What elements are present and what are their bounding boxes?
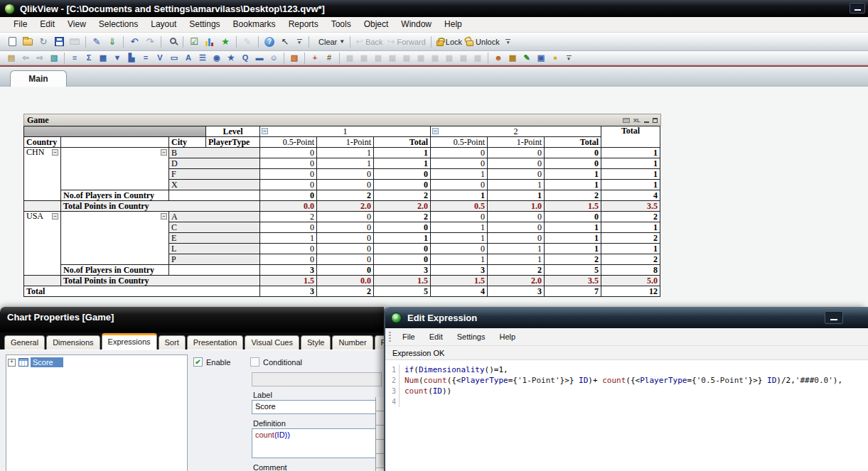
forward-button[interactable]: ↪Forward [386,35,427,49]
design-grid-toggle-button[interactable]: # [323,52,336,64]
city-cell-E[interactable]: E [169,233,260,244]
menu-item-file[interactable]: File [395,330,422,345]
level-group-header-2[interactable]: −2 [431,126,601,137]
clear-button[interactable]: Clear▼ [313,35,346,49]
toolbar-overflow-button[interactable]: ▾ [504,39,513,44]
new-document-button[interactable] [5,35,19,49]
menu-item-file[interactable]: File [7,17,33,32]
level-dimension-header[interactable]: Level [206,126,260,137]
align-right-button[interactable]: ▦ [372,52,385,64]
unlock-button[interactable]: Unlock [465,35,501,49]
create-current-selections-box-button[interactable]: V [154,52,166,64]
promote-sheet-button[interactable]: ⇦ [19,52,32,64]
create-text-object-button[interactable]: A [182,52,195,64]
menu-item-settings[interactable]: Settings [450,330,493,345]
pivot-caption-bar[interactable]: Game XL [23,114,661,126]
sheet-properties-button[interactable]: ▧ [48,52,60,64]
expression-overview-button[interactable]: ▣ [535,52,547,64]
expression-tree-panel[interactable]: + Score [6,354,188,471]
expression-item-label[interactable]: Score [31,357,63,367]
create-table-box-button[interactable]: ▦ [97,52,109,64]
edit-script-button[interactable]: ✎ [90,35,104,49]
back-button[interactable]: ↩Back [354,35,384,49]
checkbox-checked-icon[interactable]: ✔ [193,357,203,367]
create-container-button[interactable]: ▭ [168,52,181,64]
create-bookmark-object-button[interactable]: ★ [225,52,237,64]
menu-item-layout[interactable]: Layout [144,17,183,32]
menu-item-bookmarks[interactable]: Bookmarks [227,17,282,32]
print-icon[interactable] [623,118,630,123]
adjust-top-button[interactable]: ▦ [471,52,484,64]
tab-number[interactable]: Number [332,335,373,350]
tab-sort[interactable]: Sort [159,335,186,350]
print-button[interactable] [68,35,82,49]
playertype-dimension-header[interactable]: PlayerType [206,137,260,148]
current-selections-button[interactable]: ☑ [187,35,201,49]
space-horizontally-button[interactable]: ▦ [429,52,441,64]
expression-tree-item[interactable]: + Score [8,357,186,367]
city-cell-L[interactable]: L [169,244,260,254]
tab-font[interactable]: Font [375,335,384,350]
context-help-button[interactable]: ↖ [278,35,292,49]
create-multi-box-button[interactable]: ▼ [111,52,124,64]
center-vertically-button[interactable]: ▦ [400,52,413,64]
city-cell-A[interactable]: A [169,212,260,222]
city-dimension-header[interactable]: City [169,137,206,148]
code-line[interactable]: 1if(Dimensionality()=1, [385,364,868,375]
tab-visual-cues[interactable]: Visual Cues [245,335,299,350]
tab-expressions[interactable]: Expressions [102,333,157,350]
expression-code-editor[interactable]: 1if(Dimensionality()=1,2Num(count({<Play… [385,360,868,471]
tab-general[interactable]: General [4,335,45,350]
menu-item-edit[interactable]: Edit [422,330,450,345]
minimize-button[interactable] [825,311,843,324]
city-cell-X[interactable]: X [169,180,260,190]
city-cell-D[interactable]: D [169,158,260,169]
quick-chart-wizard-button[interactable] [203,35,217,49]
create-input-box-button[interactable]: = [139,52,152,64]
search-button[interactable] [165,35,179,49]
reload-data-button[interactable]: ⇓ [105,35,119,49]
tab-dimensions[interactable]: Dimensions [46,335,100,350]
create-listbox-button[interactable]: ≡ [68,52,81,64]
refresh-document-button[interactable]: ↻ [36,35,50,49]
restore-object-icon[interactable] [653,118,658,123]
city-cell-F[interactable]: F [169,169,260,180]
edit-module-button[interactable]: ✎ [520,52,533,64]
align-top-button[interactable]: ▦ [386,52,399,64]
country-dimension-header[interactable]: Country [24,137,61,148]
minimize-object-icon[interactable] [644,118,649,123]
open-file-button[interactable] [21,35,35,49]
save-button[interactable] [52,35,66,49]
collapse-icon[interactable]: − [52,213,58,220]
center-horizontally-button[interactable]: ▦ [358,52,370,64]
menu-item-view[interactable]: View [61,17,92,32]
webview-toggle-button[interactable]: ☻ [492,52,505,64]
create-custom-object-button[interactable]: ☺ [267,52,280,64]
create-clock-object-button[interactable]: ◉ [210,52,223,64]
space-vertically-button[interactable]: ▦ [443,52,456,64]
menu-item-reports[interactable]: Reports [282,17,325,32]
collapse-icon[interactable]: − [262,128,268,134]
chart-properties-title-bar[interactable]: Chart Properties [Game] [0,307,384,332]
collapse-icon[interactable]: − [432,128,439,134]
tips-button[interactable]: ● [549,52,562,64]
enable-checkbox[interactable]: ✔ Enable [193,357,230,367]
create-button-button[interactable]: ☰ [196,52,209,64]
code-line[interactable]: 4 [385,396,868,407]
city-cell-B[interactable]: B [169,148,260,158]
level-group-header-1[interactable]: −1 [260,126,431,137]
edit-note-button[interactable]: ✎ [240,35,254,49]
demote-sheet-button[interactable]: ⇨ [33,52,46,64]
sheet-tab-main[interactable]: Main [10,70,67,87]
new-sheet-object-menu-button[interactable]: ▩ [506,52,519,64]
code-line[interactable]: 3count(ID)) [385,386,868,396]
tab-presentation[interactable]: Presentation [187,335,244,350]
undo-button[interactable]: ↶ [127,35,141,49]
align-bottom-button[interactable]: ▦ [414,52,427,64]
create-statistics-box-button[interactable]: Σ [82,52,95,64]
toolbar-overflow-button[interactable]: ▾ [295,39,304,44]
dropdown-arrow-icon[interactable]: ▼ [339,38,345,45]
menu-item-edit[interactable]: Edit [33,17,61,32]
menu-item-help[interactable]: Help [492,330,523,345]
align-left-button[interactable]: ▦ [343,52,356,64]
